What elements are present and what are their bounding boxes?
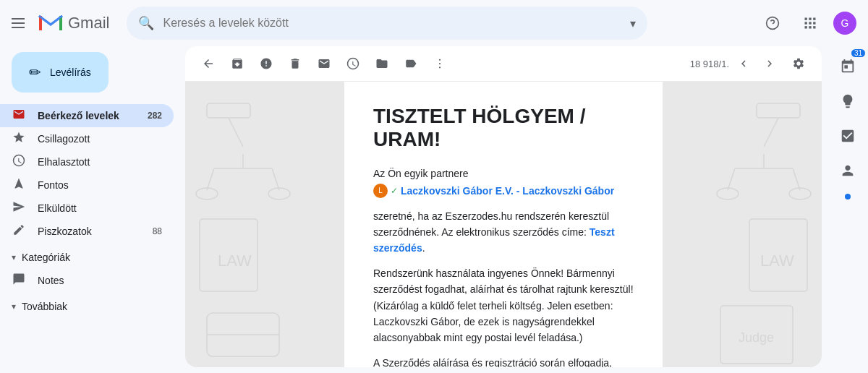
- snoozed-label: Elhalasztott: [38, 156, 162, 168]
- help-button[interactable]: [758, 9, 787, 38]
- snooze-button[interactable]: [341, 52, 365, 75]
- svg-line-21: [207, 168, 214, 190]
- compose-plus-icon: ✏: [29, 64, 41, 81]
- email-content: LAW: [185, 82, 822, 367]
- search-icon: 🔍: [138, 15, 154, 31]
- inbox-count: 282: [148, 111, 162, 121]
- sidebar-item-snoozed[interactable]: Elhalasztott: [0, 150, 174, 173]
- menu-button[interactable]: [12, 18, 25, 28]
- calendar-badge: 31: [851, 49, 865, 57]
- svg-rect-11: [805, 26, 807, 28]
- svg-point-23: [196, 188, 218, 200]
- more-label: Továbbiak: [22, 301, 67, 312]
- gmail-logo: Gmail: [36, 9, 109, 38]
- svg-line-18: [229, 118, 243, 147]
- drafts-icon: [12, 223, 26, 240]
- sender-avatar: L: [373, 184, 388, 198]
- search-expand-icon[interactable]: ▾: [630, 17, 636, 30]
- categories-label: Kategóriák: [22, 252, 70, 263]
- compose-label: Levélírás: [50, 67, 91, 78]
- starred-icon: [12, 131, 26, 147]
- prev-page-button[interactable]: [732, 52, 755, 75]
- email-body2: Rendszerünk használata ingyenes Önnek! B…: [373, 265, 634, 346]
- notes-icon: [12, 273, 26, 289]
- move-button[interactable]: [370, 52, 393, 75]
- svg-line-22: [272, 168, 279, 190]
- compose-button[interactable]: ✏ Levélírás: [12, 52, 109, 93]
- svg-point-37: [717, 188, 739, 200]
- top-right-actions: G: [758, 9, 856, 38]
- svg-rect-13: [813, 26, 815, 28]
- sidebar-item-drafts[interactable]: Piszkozatok 88: [0, 220, 174, 243]
- svg-rect-17: [207, 103, 250, 118]
- main-layout: ✏ Levélírás Beérkező levelek 282 Csillag…: [0, 46, 868, 373]
- spam-button[interactable]: [255, 52, 278, 75]
- label-button[interactable]: [399, 52, 422, 75]
- svg-point-16: [439, 67, 441, 68]
- svg-rect-12: [809, 26, 811, 28]
- categories-section[interactable]: ▾ Kategóriák: [0, 246, 185, 269]
- archive-button[interactable]: [226, 52, 249, 75]
- search-bar[interactable]: 🔍 ▾: [127, 7, 647, 40]
- svg-line-35: [728, 168, 735, 190]
- svg-rect-31: [757, 103, 800, 118]
- back-button[interactable]: [197, 52, 220, 75]
- inbox-label: Beérkező levelek: [38, 110, 136, 121]
- sidebar-item-important[interactable]: Fontos: [0, 173, 174, 197]
- body2-line2: (Kizárólag a küldő felet terheli költség…: [373, 300, 613, 344]
- email-intro-text: Az Ön egyik partnere: [373, 168, 469, 179]
- drafts-count: 88: [153, 226, 162, 236]
- pagination-text: 18 918/1.: [690, 59, 729, 69]
- next-page-button[interactable]: [758, 52, 781, 75]
- important-icon: [12, 177, 26, 194]
- svg-text:LAW: LAW: [218, 252, 252, 270]
- svg-point-14: [439, 59, 441, 61]
- important-label: Fontos: [38, 179, 162, 191]
- top-bar: Gmail 🔍 ▾ G: [0, 0, 868, 46]
- sidebar-item-notes[interactable]: Notes: [0, 269, 174, 292]
- notes-label: Notes: [38, 275, 162, 286]
- app-title: Gmail: [68, 14, 109, 33]
- tasks-button[interactable]: [833, 121, 862, 150]
- keep-button[interactable]: [833, 87, 862, 116]
- sent-label: Elküldött: [38, 202, 162, 214]
- email-title: TISZTELT HÖLGYEM / URAM!: [373, 105, 634, 151]
- sidebar-item-sent[interactable]: Elküldött: [0, 197, 174, 220]
- more-chevron: ▾: [12, 301, 16, 312]
- contacts-button[interactable]: [833, 156, 862, 185]
- categories-chevron: ▾: [12, 252, 16, 262]
- sidebar-item-starred[interactable]: Csillagozott: [0, 127, 174, 150]
- starred-label: Csillagozott: [38, 133, 162, 145]
- more-section[interactable]: ▾ Továbbiak: [0, 295, 185, 318]
- svg-rect-9: [809, 22, 811, 24]
- user-avatar[interactable]: G: [833, 12, 856, 35]
- svg-rect-6: [809, 18, 811, 20]
- svg-rect-25: [200, 219, 258, 291]
- svg-rect-27: [207, 313, 279, 356]
- search-input[interactable]: [163, 17, 621, 30]
- right-panel: 31: [827, 46, 868, 373]
- email-intro-para: Az Ön egyik partnere L ✓ Laczkovszki Gáb…: [373, 166, 634, 200]
- delete-button[interactable]: [284, 52, 307, 75]
- email-body3: A Szerződés aláírása és regisztráció sor…: [373, 355, 634, 367]
- more-button[interactable]: [428, 52, 451, 75]
- svg-text:Judge: Judge: [739, 330, 774, 345]
- svg-line-32: [764, 118, 778, 147]
- svg-line-36: [793, 168, 800, 190]
- apps-button[interactable]: [796, 9, 825, 38]
- svg-point-24: [268, 188, 290, 200]
- calendar-button[interactable]: 31: [833, 52, 862, 81]
- svg-point-15: [439, 63, 441, 64]
- pagination: 18 918/1.: [690, 52, 781, 75]
- svg-rect-41: [720, 306, 793, 364]
- mail-button[interactable]: [312, 52, 336, 75]
- settings-button[interactable]: [787, 52, 810, 75]
- active-indicator: [845, 194, 851, 200]
- body2-line1: Rendszerünk használata ingyenes Önnek! B…: [373, 267, 634, 295]
- svg-rect-10: [813, 22, 815, 24]
- sidebar-item-inbox[interactable]: Beérkező levelek 282: [0, 104, 174, 127]
- drafts-label: Piszkozatok: [38, 226, 141, 237]
- sidebar: ✏ Levélírás Beérkező levelek 282 Csillag…: [0, 46, 185, 373]
- sender-name[interactable]: Laczkovszki Gábor E.V. - Laczkovszki Gáb…: [401, 183, 614, 199]
- sent-icon: [12, 200, 26, 217]
